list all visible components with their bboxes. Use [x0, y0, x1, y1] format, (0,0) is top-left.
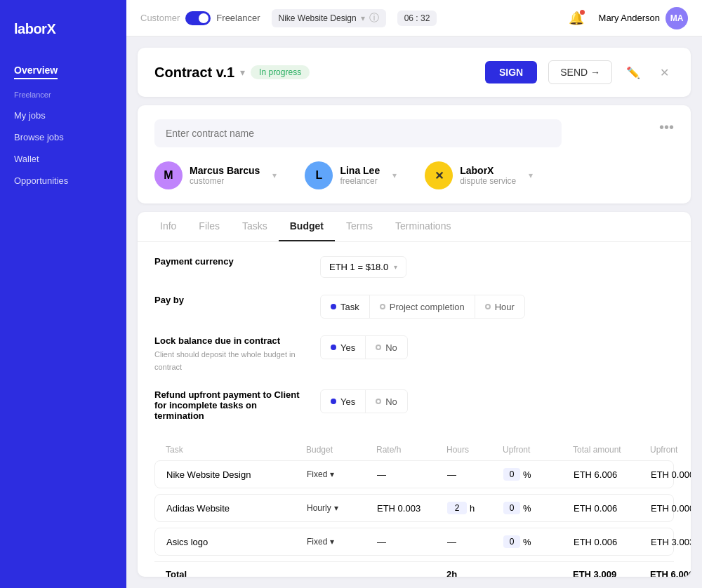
cell-upfront-eth-0: ETH 0.000 — [651, 469, 691, 480]
pay-by-task[interactable]: Task — [321, 298, 369, 316]
contract-info-card: M Marcus Barcus customer ▾ L Lina Lee — [138, 105, 691, 203]
contract-title: Contract v.1 — [154, 65, 234, 81]
lock-yes[interactable]: Yes — [321, 338, 365, 357]
table-total-row: Total 2h ETH 3.009 ETH 6.006 ETH 6.006 — [154, 561, 674, 577]
timer-value: 06 : 32 — [404, 13, 430, 23]
table-header: Task Budget Rate/h Hours Upfront Total a… — [154, 439, 674, 460]
sidebar-item-myjobs[interactable]: My jobs — [0, 105, 126, 126]
col-total: Total amount — [573, 445, 650, 455]
cell-rate-2: — — [377, 537, 447, 547]
freelancer-label: Freelancer — [216, 13, 260, 23]
sidebar-item-opportunities[interactable]: Opportunities — [0, 170, 126, 192]
payment-currency-select[interactable]: ETH 1 = $18.0 ▾ — [320, 256, 406, 278]
tab-terms[interactable]: Terms — [335, 212, 384, 241]
edit-icon[interactable]: ✏️ — [623, 62, 643, 82]
total-hours: 2h — [446, 569, 503, 577]
party-role-customer: customer — [190, 176, 260, 186]
notification-bell[interactable]: 🔔 — [565, 7, 588, 29]
pay-by-label: Pay by — [154, 295, 309, 307]
tab-info[interactable]: Info — [149, 212, 187, 241]
sidebar: laborX Overview Freelancer My jobs Brows… — [0, 0, 126, 588]
total-upfront-eth: ETH 6.006 — [650, 569, 691, 577]
contract-name-input[interactable] — [154, 119, 562, 147]
hours-input-1[interactable] — [447, 502, 467, 514]
payment-currency-row: Payment currency ETH 1 = $18.0 ▾ — [154, 256, 674, 278]
tab-budget[interactable]: Budget — [279, 212, 335, 241]
party-chevron-dispute[interactable]: ▾ — [529, 171, 533, 180]
budget-type-select-1[interactable]: Hourly ▾ — [307, 503, 338, 513]
cell-task-1: Adidas Website — [166, 503, 307, 514]
cell-hours-2: — — [447, 537, 503, 547]
cell-total-2: ETH 0.006 — [574, 537, 651, 547]
table-row: Nike Website Design Fixed ▾ — — — [154, 460, 674, 488]
lock-no[interactable]: No — [366, 338, 407, 357]
cell-task-0: Nike Website Design — [166, 469, 307, 480]
refund-label: Refund upfront payment to Client for inc… — [154, 389, 309, 422]
sign-button[interactable]: SIGN — [485, 61, 537, 83]
refund-no[interactable]: No — [366, 392, 407, 411]
party-name-freelancer: Lina Lee — [340, 165, 380, 176]
col-upfront: Upfront — [503, 445, 573, 455]
contract-header-card: Contract v.1 ▾ In progress SIGN SEND → ✏… — [138, 48, 691, 97]
more-options-icon[interactable]: ••• — [659, 119, 674, 135]
sidebar-item-browsejobs[interactable]: Browse jobs — [0, 126, 126, 148]
user-menu[interactable]: Mary Anderson MA — [599, 7, 688, 29]
tab-tasks[interactable]: Tasks — [231, 212, 279, 241]
upfront-pct-input-0[interactable] — [503, 468, 520, 481]
pay-by-project[interactable]: Project completion — [370, 298, 475, 316]
user-name: Mary Anderson — [599, 13, 660, 23]
cell-hours-1[interactable]: h — [447, 502, 503, 514]
col-upfront2: Upfront — [650, 445, 691, 455]
pay-by-row: Pay by Task Project completion — [154, 295, 674, 319]
close-icon[interactable]: ✕ — [654, 62, 674, 82]
col-task: Task — [166, 445, 306, 455]
currency-value: ETH 1 = $18.0 — [329, 262, 388, 272]
party-dispute: ✕ LaborX dispute service ▾ — [425, 161, 561, 189]
contract-version-chevron[interactable]: ▾ — [240, 67, 245, 78]
table-row: Adidas Website Hourly ▾ ETH 0.003 — [154, 494, 674, 522]
avatar: MA — [665, 7, 688, 29]
party-chevron-customer[interactable]: ▾ — [272, 171, 277, 180]
cell-upfront-pct-1[interactable]: % — [503, 502, 574, 514]
pay-by-hour[interactable]: Hour — [475, 298, 524, 316]
project-selector[interactable]: Nike Website Design ▾ ⓘ — [272, 9, 386, 27]
total-label: Total — [166, 569, 306, 577]
party-freelancer: L Lina Lee freelancer ▾ — [305, 161, 425, 189]
content-area: Contract v.1 ▾ In progress SIGN SEND → ✏… — [126, 36, 702, 588]
upfront-pct-input-1[interactable] — [503, 502, 520, 514]
parties-row: M Marcus Barcus customer ▾ L Lina Lee — [154, 161, 659, 189]
project-name: Nike Website Design — [279, 13, 357, 23]
refund-toggle: Yes No — [320, 389, 408, 413]
budget-type-select-0[interactable]: Fixed ▾ — [307, 469, 334, 479]
cell-budget-2[interactable]: Fixed ▾ — [307, 537, 377, 547]
tab-files[interactable]: Files — [187, 212, 231, 241]
cell-budget-1[interactable]: Hourly ▾ — [307, 503, 377, 513]
tab-terminations[interactable]: Terminations — [384, 212, 462, 241]
topbar: Customer Freelancer Nike Website Design … — [126, 0, 702, 36]
info-icon[interactable]: ⓘ — [369, 12, 379, 25]
sidebar-item-overview[interactable]: Overview — [0, 58, 126, 79]
role-toggle-group[interactable]: Customer Freelancer — [140, 11, 260, 25]
party-role-dispute: dispute service — [460, 176, 516, 186]
total-budget — [306, 569, 376, 577]
party-avatar-freelancer: L — [305, 161, 333, 189]
party-role-freelancer: freelancer — [340, 176, 380, 186]
role-toggle[interactable] — [185, 11, 211, 25]
lock-balance-toggle: Yes No — [320, 335, 408, 359]
cell-upfront-eth-1: ETH 0.000 — [651, 503, 691, 514]
sidebar-item-wallet[interactable]: Wallet — [0, 148, 126, 170]
party-chevron-freelancer[interactable]: ▾ — [392, 171, 397, 180]
currency-chevron: ▾ — [394, 263, 397, 271]
notification-dot — [580, 10, 585, 15]
cell-upfront-pct-0[interactable]: % — [503, 468, 574, 481]
send-button[interactable]: SEND → — [548, 60, 612, 84]
cell-upfront-pct-2[interactable]: % — [503, 535, 574, 548]
cell-upfront-eth-2: ETH 3.003 — [651, 537, 691, 547]
contract-title-group: Contract v.1 ▾ In progress — [154, 65, 474, 81]
cell-rate-0: — — [377, 469, 447, 480]
upfront-pct-input-2[interactable] — [503, 535, 520, 548]
refund-yes[interactable]: Yes — [321, 392, 365, 411]
pay-by-group: Task Project completion Hour — [320, 295, 525, 319]
budget-type-select-2[interactable]: Fixed ▾ — [307, 537, 334, 547]
cell-budget-0[interactable]: Fixed ▾ — [307, 469, 377, 479]
